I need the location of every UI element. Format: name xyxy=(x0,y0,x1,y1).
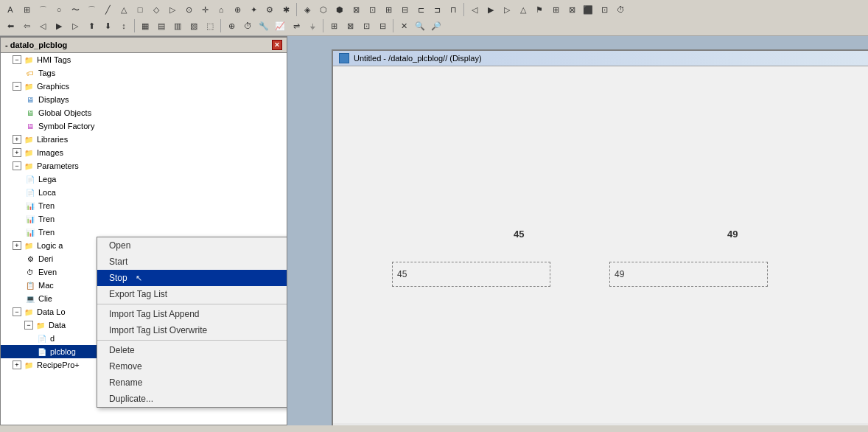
tree-item-hmi-tags[interactable]: − 📁 HMI Tags xyxy=(1,53,287,66)
tool-hatch[interactable]: ▧ xyxy=(186,18,201,33)
ctx-import-overwrite[interactable]: Import Tag List Overwrite xyxy=(97,322,287,338)
tool-minus-box[interactable]: ⊟ xyxy=(397,2,412,17)
tool-play[interactable]: ▶ xyxy=(52,18,66,33)
tool-updown[interactable]: ↕ xyxy=(116,18,131,33)
tool-down[interactable]: ⬇ xyxy=(100,18,115,33)
tool-rect[interactable]: □ xyxy=(133,2,147,17)
tool-zoom-out[interactable]: 🔎 xyxy=(429,18,444,33)
tree-item-tags[interactable]: 🏷 Tags xyxy=(1,66,287,80)
tool-house[interactable]: ⌂ xyxy=(214,2,228,17)
tool-hex[interactable]: ⬡ xyxy=(316,2,331,17)
tool-data[interactable]: ⊞ xyxy=(548,2,563,17)
input-box-1[interactable]: 45 xyxy=(392,262,550,287)
ctx-remove[interactable]: Remove xyxy=(97,358,287,374)
ctx-rename[interactable]: Rename xyxy=(97,374,287,391)
tool-tri[interactable]: △ xyxy=(116,2,131,17)
tool-bracket-l[interactable]: ⊏ xyxy=(413,2,428,17)
tool-next[interactable]: ▷ xyxy=(68,18,83,33)
tool-table[interactable]: ⊠ xyxy=(564,2,579,17)
tree-item-displays[interactable]: 🖥 Displays xyxy=(1,93,287,106)
panel-close-button[interactable]: ✕ xyxy=(272,40,282,50)
tool-hex2[interactable]: ⬢ xyxy=(332,2,347,17)
tool-bracket-r[interactable]: ⊐ xyxy=(430,2,444,17)
expander-parameters[interactable]: − xyxy=(13,161,21,170)
tree-item-symbol-factory[interactable]: 🖥 Symbol Factory xyxy=(1,119,287,133)
expander-libraries[interactable]: + xyxy=(13,135,21,144)
tool-fill[interactable]: ▦ xyxy=(138,18,153,33)
tool-arr-up[interactable]: △ xyxy=(516,2,531,17)
tool-ref[interactable]: ⊡ xyxy=(597,2,612,17)
tree-item-graphics[interactable]: − 📁 Graphics xyxy=(1,80,287,93)
expander-graphics[interactable]: − xyxy=(13,82,21,91)
tool-prev[interactable]: ◁ xyxy=(35,18,50,33)
tool-line[interactable]: ╱ xyxy=(100,2,115,17)
tool-cross[interactable]: ✛ xyxy=(197,2,212,17)
tool-tri3[interactable]: ◁ xyxy=(467,2,482,17)
ctx-import-append[interactable]: Import Tag List Append xyxy=(97,306,287,322)
toolbar-row-1: A ⊞ ⌒ ○ 〜 ⌒ ╱ △ □ ◇ ▷ ⊙ ✛ ⌂ ⊕ ✦ ⚙ ✱ ◈ ⬡ … xyxy=(3,1,865,18)
tool-wrench[interactable]: 🔧 xyxy=(256,18,271,33)
tool-grid[interactable]: ⊞ xyxy=(19,2,34,17)
tool-plus-box[interactable]: ⊞ xyxy=(381,2,396,17)
ctx-open[interactable]: Open xyxy=(97,237,287,254)
expander-images[interactable]: + xyxy=(13,148,21,157)
tree-item-global-objects[interactable]: 🖥 Global Objects xyxy=(1,106,287,119)
tool-back[interactable]: ⬅ xyxy=(3,18,18,33)
tool-arc2[interactable]: ⌒ xyxy=(84,2,99,17)
tree-item-libraries[interactable]: + 📁 Libraries xyxy=(1,133,287,146)
tool-hlines[interactable]: ▤ xyxy=(154,18,169,33)
tool-diamond[interactable]: ◇ xyxy=(149,2,164,17)
tool-ground[interactable]: ⏚ xyxy=(305,18,320,33)
tree-item-loca[interactable]: 📄 Loca xyxy=(1,186,287,199)
ctx-export-tag-list[interactable]: Export Tag List xyxy=(97,286,287,302)
tool-cap[interactable]: ⊓ xyxy=(446,2,461,17)
tool-minusbox2[interactable]: ⊟ xyxy=(375,18,390,33)
tool-time[interactable]: ⏱ xyxy=(613,2,628,17)
input-box-2[interactable]: 49 xyxy=(609,262,768,287)
tool-img[interactable]: ⬛ xyxy=(581,2,595,17)
expander-data-lo[interactable]: − xyxy=(13,307,21,316)
tool-A[interactable]: A xyxy=(3,2,18,17)
tool-wave[interactable]: 〜 xyxy=(68,2,83,17)
tool-arr-r[interactable]: ▶ xyxy=(483,2,498,17)
expander-hmi-tags[interactable]: − xyxy=(13,55,21,64)
tool-arc1[interactable]: ⌒ xyxy=(35,2,50,17)
tool-zoom-in[interactable]: 🔍 xyxy=(413,18,427,33)
tool-exchange[interactable]: ⇌ xyxy=(289,18,304,33)
tool-empty-box[interactable]: ⬚ xyxy=(203,18,217,33)
tree-item-parameters[interactable]: − 📁 Parameters xyxy=(1,159,287,173)
tool-flag[interactable]: ⚑ xyxy=(532,2,547,17)
tool-arr-r2[interactable]: ▷ xyxy=(500,2,514,17)
tool-asterisk[interactable]: ✱ xyxy=(279,2,293,17)
tool-circle2[interactable]: ⊕ xyxy=(224,18,239,33)
tool-dotbox2[interactable]: ⊡ xyxy=(359,18,374,33)
expander-data-sub[interactable]: − xyxy=(24,321,33,330)
ctx-start[interactable]: Start xyxy=(97,254,287,270)
tool-dot-box[interactable]: ⊡ xyxy=(365,2,379,17)
tree-item-lega[interactable]: 📄 Lega xyxy=(1,173,287,186)
tree-item-tren1[interactable]: 📊 Tren xyxy=(1,199,287,212)
tool-xbox2[interactable]: ⊠ xyxy=(343,18,357,33)
expander-logic-a[interactable]: + xyxy=(13,241,21,250)
tool-x-box[interactable]: ⊠ xyxy=(349,2,363,17)
tree-item-images[interactable]: + 📁 Images xyxy=(1,146,287,159)
tree-item-tren2[interactable]: 📊 Tren xyxy=(1,212,287,226)
tool-clock[interactable]: ⏱ xyxy=(240,18,255,33)
expander-recipepro[interactable]: + xyxy=(13,360,21,369)
ctx-duplicate[interactable]: Duplicate... xyxy=(97,391,287,407)
tool-back2[interactable]: ⇦ xyxy=(19,18,34,33)
tool-plus-circle[interactable]: ⊕ xyxy=(230,2,245,17)
tool-diamond2[interactable]: ◈ xyxy=(300,2,315,17)
tool-plus-box2[interactable]: ⊞ xyxy=(326,18,341,33)
tool-circle[interactable]: ○ xyxy=(52,2,66,17)
tool-tri2[interactable]: ▷ xyxy=(165,2,180,17)
ctx-stop[interactable]: Stop ↖ xyxy=(97,270,287,286)
tool-up[interactable]: ⬆ xyxy=(84,18,99,33)
ctx-delete[interactable]: Delete xyxy=(97,342,287,358)
tool-close-x[interactable]: ✕ xyxy=(396,18,411,33)
tool-gear[interactable]: ⚙ xyxy=(262,2,277,17)
tool-chart[interactable]: 📈 xyxy=(273,18,287,33)
tool-star[interactable]: ✦ xyxy=(246,2,261,17)
tool-ellipse[interactable]: ⊙ xyxy=(181,2,196,17)
tool-vlines[interactable]: ▥ xyxy=(170,18,185,33)
